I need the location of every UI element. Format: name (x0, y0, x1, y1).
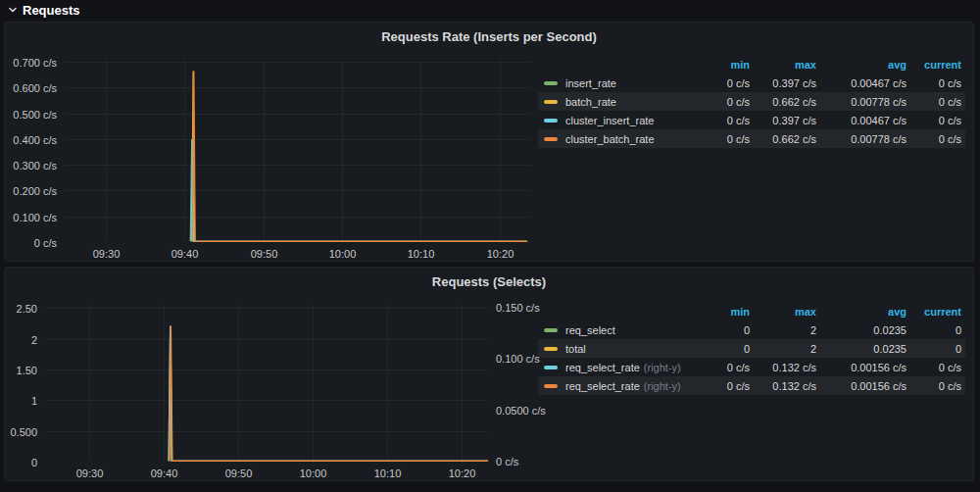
legend-column-header-avg[interactable]: avg (816, 306, 906, 318)
legend-series-label[interactable]: req_select_rate(right-y) (544, 380, 699, 392)
series-line-cluster_batch_rate (192, 72, 527, 241)
legend-row[interactable]: total020.02350 (538, 339, 965, 358)
x-axis-tick-label: 09:50 (210, 467, 269, 479)
legend-column-header-avg[interactable]: avg (816, 59, 906, 71)
y-axis-tick-label: 0.500 (5, 426, 37, 438)
plot-area[interactable] (65, 58, 530, 242)
series-color-swatch (544, 347, 558, 351)
legend-value-min: 0 (699, 343, 750, 355)
legend-value-max: 2 (750, 324, 816, 336)
x-axis-tick-label: 10:00 (314, 248, 372, 260)
y-axis-tick-label: 0.100 c/s (5, 212, 57, 223)
legend-series-label[interactable]: cluster_batch_rate (544, 133, 699, 145)
x-axis-tick-label: 10:20 (471, 248, 530, 260)
legend-series-label[interactable]: batch_rate (544, 96, 699, 108)
legend-value-current: 0 c/s (906, 380, 961, 392)
legend-value-max: 0.397 c/s (750, 77, 816, 89)
row-requests-label: Requests (23, 3, 80, 18)
panel-title[interactable]: Requests Rate (Inserts per Second) (5, 29, 973, 44)
legend-value-max: 0.132 c/s (750, 362, 816, 373)
legend-series-label[interactable]: insert_rate (544, 77, 699, 89)
legend-value-min: 0 c/s (699, 362, 750, 373)
legend-series-label[interactable]: req_select (544, 324, 699, 336)
legend-series-name: total (565, 343, 586, 355)
legend-value-avg: 0.0235 (816, 324, 906, 336)
plot-area[interactable] (45, 305, 488, 462)
legend-header-row: minmaxavgcurrent (538, 56, 965, 74)
series-color-swatch (544, 137, 558, 141)
legend-value-min: 0 c/s (699, 133, 750, 145)
legend-row[interactable]: req_select_rate(right-y)0 c/s0.132 c/s0.… (538, 376, 965, 395)
legend-column-header-max[interactable]: max (750, 59, 816, 71)
legend-value-max: 0.397 c/s (750, 115, 816, 126)
legend-value-max: 0.662 c/s (750, 133, 816, 145)
legend-value-min: 0 c/s (699, 380, 750, 392)
panel-requests-selects: Requests (Selects) minmaxavgcurrentreq_s… (4, 267, 974, 481)
legend-header-row: minmaxavgcurrent (538, 303, 965, 320)
right-y-axis-tick-label: 0.150 c/s (496, 302, 559, 314)
legend-value-max: 0.132 c/s (750, 380, 816, 392)
chevron-down-icon (7, 4, 19, 16)
panel-title[interactable]: Requests (Selects) (5, 274, 973, 289)
legend-row[interactable]: req_select_rate(right-y)0 c/s0.132 c/s0.… (538, 358, 965, 376)
y-axis-tick-label: 2 (5, 334, 37, 346)
legend-value-avg: 0.00778 c/s (816, 133, 906, 145)
legend-column-header-current[interactable]: current (906, 59, 961, 71)
legend-column-header-max[interactable]: max (750, 306, 816, 318)
row-requests-header[interactable]: Requests (0, 0, 980, 20)
y-axis-tick-label: 2.50 (5, 303, 37, 315)
series-color-swatch (544, 366, 558, 369)
y-axis-tick-label: 0.400 c/s (5, 134, 57, 146)
legend-value-avg: 0.00778 c/s (816, 96, 906, 108)
y-axis-tick-label: 1 (5, 395, 37, 407)
legend-row[interactable]: insert_rate0 c/s0.397 c/s0.00467 c/s0 c/… (538, 74, 965, 92)
legend-value-min: 0 c/s (699, 96, 750, 108)
y-axis-tick-label: 0.700 c/s (5, 57, 57, 69)
right-y-axis-tick-label: 0.0500 c/s (496, 405, 559, 417)
series-line-total (170, 339, 488, 462)
legend-series-label[interactable]: req_select_rate(right-y) (544, 362, 699, 373)
legend-column-header-min[interactable]: min (699, 306, 750, 318)
legend-series-name: insert_rate (565, 77, 616, 89)
series-color-swatch (544, 328, 558, 332)
x-axis-tick-label: 09:30 (61, 467, 120, 479)
legend-series-name: req_select_rate (565, 380, 640, 392)
legend-series-label[interactable]: total (544, 343, 699, 355)
legend-series-name: cluster_batch_rate (565, 133, 655, 145)
x-axis-tick-label: 10:10 (359, 467, 417, 479)
chart-canvas[interactable] (45, 305, 488, 462)
y-axis-tick-label: 0 c/s (5, 237, 57, 249)
y-axis-tick-label: 0.600 c/s (5, 82, 57, 94)
x-axis-tick-label: 09:40 (156, 248, 215, 260)
legend-value-current: 0 c/s (906, 115, 961, 126)
legend-table: minmaxavgcurrentreq_select020.02350total… (538, 303, 965, 395)
y-axis-tick-label: 1.50 (5, 365, 37, 376)
legend-value-current: 0 c/s (906, 96, 961, 108)
legend-row[interactable]: batch_rate0 c/s0.662 c/s0.00778 c/s0 c/s (538, 92, 965, 111)
right-y-axis-tick-label: 0.100 c/s (496, 353, 559, 365)
series-color-swatch (544, 81, 558, 85)
legend-column-header-min[interactable]: min (699, 59, 750, 71)
x-axis-tick-label: 09:40 (135, 467, 194, 479)
x-axis-tick-label: 09:30 (77, 248, 136, 260)
series-line-batch_rate (192, 72, 527, 241)
y-axis-tick-label: 0.500 c/s (5, 109, 57, 121)
x-axis-tick-label: 09:50 (235, 248, 294, 260)
y-axis-tick-label: 0 (5, 457, 37, 468)
series-color-swatch (544, 384, 558, 388)
panel-requests-rate: Requests Rate (Inserts per Second) minma… (4, 22, 974, 262)
legend-row[interactable]: req_select020.02350 (538, 320, 965, 339)
legend-column-header-current[interactable]: current (906, 306, 961, 318)
legend-value-avg: 0.00156 c/s (816, 380, 906, 392)
legend-row[interactable]: cluster_insert_rate0 c/s0.397 c/s0.00467… (538, 111, 965, 129)
legend-value-current: 0 c/s (906, 77, 961, 89)
chart-canvas[interactable] (65, 58, 530, 242)
legend-series-name: req_select_rate (565, 362, 640, 373)
legend-series-label[interactable]: cluster_insert_rate (544, 115, 699, 126)
legend-value-current: 0 c/s (906, 133, 961, 145)
x-axis-tick-label: 10:10 (392, 248, 451, 260)
legend-value-avg: 0.00467 c/s (816, 77, 906, 89)
legend-row[interactable]: cluster_batch_rate0 c/s0.662 c/s0.00778 … (538, 129, 965, 148)
legend-value-max: 0.662 c/s (750, 96, 816, 108)
right-y-axis-tick-label: 0 c/s (496, 456, 559, 467)
